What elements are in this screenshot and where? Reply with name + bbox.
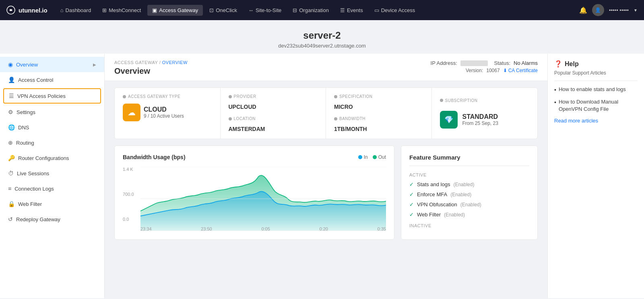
provider-dot	[229, 95, 232, 98]
page-title: Overview	[114, 66, 188, 81]
sidebar-item-access-control[interactable]: 👤 Access Control	[0, 72, 104, 87]
redeploy-icon: ↺	[8, 216, 13, 222]
routing-icon: ⊕	[8, 139, 13, 146]
sidebar-item-vpn-access-policies[interactable]: ☰ VPN Access Policies	[3, 88, 101, 104]
app-logo[interactable]: utunnel.io	[6, 6, 47, 15]
gateway-type-dot	[123, 95, 126, 98]
provider-value: UPCLOUD	[229, 104, 318, 110]
sidebar-item-live-sessions[interactable]: ⏱ Live Sessions	[0, 166, 104, 181]
specification-card: SPECIFICATION MICRO BANDWIDTH 1TB/MONTH	[326, 88, 432, 139]
feature-stats-logs: ✓ Stats and logs (Enabled)	[409, 181, 529, 187]
check-icon: ✓	[409, 181, 414, 187]
organization-icon: ⊟	[293, 7, 297, 13]
notification-bell[interactable]: 🔔	[579, 6, 587, 14]
spec-value: MICRO	[334, 104, 423, 110]
bullet-1: •	[554, 86, 556, 94]
sidebar-item-router-configurations[interactable]: 🔑 Router Configurations	[0, 150, 104, 166]
legend-in: In	[358, 154, 368, 160]
y-axis: 1.4 K 700.0 0.0	[123, 167, 139, 222]
help-icon: ❓	[554, 60, 562, 68]
dns-icon: 🌐	[8, 124, 15, 131]
gateway-type-value: CLOUD	[144, 106, 184, 113]
topnav: utunnel.io ⌂ Dashboard ⊞ MeshConnect ▣ A…	[0, 0, 644, 20]
sidebar-item-routing[interactable]: ⊕ Routing	[0, 135, 104, 150]
sidebar: ◉ Overview ▶ 👤 Access Control ☰ VPN Acce…	[0, 54, 105, 298]
access-gateway-icon: ▣	[152, 7, 157, 13]
subscription-date: From 25 Sep, 23	[462, 120, 498, 126]
meshconnect-icon: ⊞	[102, 7, 107, 13]
bandwidth-dot	[334, 117, 337, 120]
live-sessions-icon: ⏱	[8, 170, 14, 176]
nav-events[interactable]: ☰ Events	[335, 5, 368, 16]
user-dropdown-icon[interactable]: ▼	[634, 8, 638, 12]
events-icon: ☰	[340, 7, 345, 13]
sidebar-item-redeploy-gateway[interactable]: ↺ Redeploy Gateway	[0, 212, 104, 227]
nav-device-access[interactable]: ▭ Device Access	[369, 5, 420, 16]
nav-access-gateway[interactable]: ▣ Access Gateway	[147, 5, 203, 16]
nav-meshconnect[interactable]: ⊞ MeshConnect	[97, 5, 146, 16]
ip-label: IP Address:	[431, 60, 457, 66]
nav-dashboard[interactable]: ⌂ Dashboard	[56, 5, 96, 16]
username[interactable]: ••••• •••••	[609, 7, 629, 13]
nav-right: 🔔 👤 ••••• ••••• ▼	[579, 4, 638, 16]
bandwidth-value: 1TB/MONTH	[334, 126, 423, 132]
version-value: 10067	[486, 68, 500, 73]
active-users: 9 / 10 Active Users	[144, 113, 184, 119]
bottom-row: Bandwidth Usage (bps) In Out	[114, 145, 538, 240]
sidebar-item-connection-logs[interactable]: ≡ Connection Logs	[0, 181, 104, 196]
sidebar-item-overview[interactable]: ◉ Overview ▶	[0, 57, 104, 72]
subscription-name: STANDARD	[462, 113, 498, 120]
subscription-icon: 💎	[440, 111, 458, 129]
main-content: ACCESS GATEWAY / OVERVIEW Overview IP Ad…	[105, 54, 547, 298]
nav-organization[interactable]: ⊟ Organization	[288, 5, 334, 16]
breadcrumb-current[interactable]: OVERVIEW	[162, 60, 188, 65]
help-article-2: • How to Download Manual OpenVPN Config …	[554, 98, 638, 113]
feature-web-filter: ✓ Web Filter (Enabled)	[409, 212, 529, 218]
device-access-icon: ▭	[374, 7, 379, 13]
cloud-icon: ☁	[123, 104, 140, 121]
overview-chevron-icon: ▶	[93, 62, 96, 67]
location-value: AMSTERDAM	[229, 126, 318, 132]
feature-vpn-obfuscation: ✓ VPN Obfuscation (Enabled)	[409, 201, 529, 208]
connection-logs-icon: ≡	[8, 185, 11, 192]
chart-area: 1.4 K 700.0 0.0	[123, 167, 386, 231]
right-panel: ❓ Help Popular Support Articles • How to…	[547, 54, 644, 298]
help-article-1: • How to enable stats and logs	[554, 86, 638, 94]
vpn-policies-icon: ☰	[9, 93, 14, 99]
sub-dot	[440, 99, 443, 102]
sidebar-item-settings[interactable]: ⚙ Settings	[0, 104, 104, 120]
chart-card: Bandwidth Usage (bps) In Out	[114, 145, 394, 240]
header-meta: IP Address: ●●●●●●●●● Status: No Alarms …	[431, 60, 538, 73]
active-label: ACTIVE	[409, 172, 529, 177]
check-icon-2: ✓	[409, 191, 414, 197]
gateway-type-card: ACCESS GATEWAY TYPE ☁ CLOUD 9 / 10 Activ…	[115, 88, 221, 139]
overview-icon: ◉	[8, 61, 13, 68]
server-subdomain: dev232sub4049server2.utnstage.com	[6, 43, 638, 49]
sidebar-item-web-filter[interactable]: 🔒 Web Filter	[0, 196, 104, 212]
nav-site-to-site[interactable]: ↔ Site-to-Site	[244, 5, 286, 16]
avatar[interactable]: 👤	[592, 4, 604, 16]
check-icon-3: ✓	[409, 201, 414, 208]
server-name: server-2	[6, 30, 638, 41]
download-icon: ⬇	[503, 68, 507, 73]
nav-oneclick[interactable]: ⊡ OneClick	[204, 5, 242, 16]
out-dot	[373, 155, 377, 159]
ip-value: ●●●●●●●●●	[460, 60, 488, 66]
page-header: ACCESS GATEWAY / OVERVIEW Overview IP Ad…	[105, 54, 547, 81]
status-value: No Alarms	[514, 60, 538, 66]
sidebar-item-dns[interactable]: 🌐 DNS	[0, 120, 104, 135]
ca-cert-link[interactable]: ⬇ CA Certificate	[503, 68, 538, 73]
dashboard-icon: ⌂	[60, 7, 64, 13]
bullet-2: •	[554, 99, 556, 107]
check-icon-4: ✓	[409, 212, 414, 218]
site-to-site-icon: ↔	[248, 7, 254, 13]
server-header: server-2 dev232sub4049server2.utnstage.c…	[0, 20, 644, 54]
version-label: Version:	[466, 68, 483, 73]
provider-card: PROVIDER UPCLOUD LOCATION AMSTERDAM	[221, 88, 326, 139]
read-more-link[interactable]: Read more articles	[554, 118, 638, 124]
help-subtitle: Popular Support Articles	[554, 70, 638, 76]
app-layout: ◉ Overview ▶ 👤 Access Control ☰ VPN Acce…	[0, 54, 644, 298]
access-control-icon: 👤	[8, 77, 15, 83]
legend-out: Out	[373, 154, 386, 160]
status-label: Status:	[494, 60, 510, 66]
